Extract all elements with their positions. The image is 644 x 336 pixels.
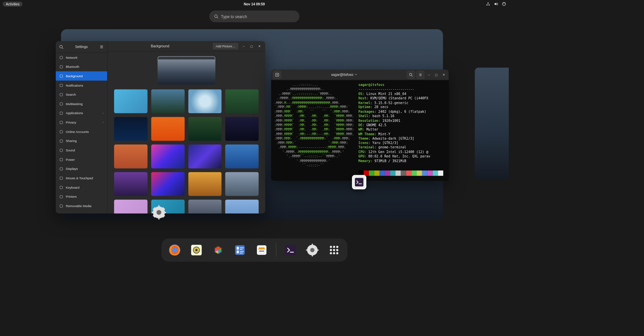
terminal-new-tab-button[interactable] [273, 71, 281, 79]
settings-maximize-button[interactable]: ▢ [249, 43, 255, 49]
bell-icon [59, 83, 63, 87]
wallpaper-thumb[interactable] [225, 89, 259, 113]
sidebar-item-background[interactable]: Background [56, 71, 107, 81]
volume-tray-icon[interactable] [494, 2, 498, 6]
terminal-search-button[interactable] [407, 71, 415, 79]
svg-rect-30 [163, 212, 166, 213]
sidebar-item-label: Applications [66, 111, 83, 115]
svg-rect-35 [355, 178, 363, 186]
sidebar-item-applications[interactable]: Applications› [56, 108, 107, 118]
wallpaper-thumb[interactable] [114, 117, 147, 141]
svg-rect-57 [312, 244, 313, 246]
wallpaper-thumb[interactable] [114, 200, 147, 213]
wallpaper-thumb[interactable] [188, 89, 222, 113]
terminal-body[interactable]: ...-:::::-... .-MMMMMMMMMMMMMMM-. .-MMMM… [271, 80, 449, 181]
workspace-preview-next[interactable] [475, 67, 509, 179]
color-palette [358, 171, 443, 176]
wallpaper-thumb[interactable] [225, 145, 259, 169]
sidebar-item-printers[interactable]: Printers [56, 192, 107, 201]
terminal-menu-button[interactable] [416, 71, 424, 79]
dock-firefox[interactable] [167, 243, 182, 257]
wallpaper-thumb[interactable] [151, 89, 184, 113]
dock-software[interactable] [254, 243, 269, 257]
terminal-minimize-button[interactable]: – [426, 72, 432, 78]
settings-window[interactable]: Settings NetworkBluetoothBackgroundNotif… [56, 41, 265, 213]
svg-rect-47 [240, 249, 243, 250]
dock-terminal[interactable] [283, 243, 298, 257]
sidebar-item-network[interactable]: Network [56, 53, 107, 62]
svg-rect-6 [60, 56, 63, 59]
wallpaper-thumb[interactable] [114, 145, 147, 169]
svg-rect-9 [60, 84, 63, 87]
sidebar-item-label: Printers [66, 195, 77, 198]
wallpaper-thumb[interactable] [188, 117, 222, 141]
dock-files[interactable] [232, 243, 247, 257]
bluetooth-icon [59, 65, 63, 68]
svg-rect-14 [60, 130, 63, 133]
clock[interactable]: Nov 14 09:59 [244, 2, 265, 6]
sidebar-item-label: Bluetooth [66, 65, 79, 68]
dock-photos[interactable] [211, 243, 226, 257]
wallpaper-thumb[interactable] [188, 172, 222, 196]
dock-apps-grid[interactable] [327, 243, 341, 257]
printer-icon [59, 195, 63, 198]
wallpaper-thumb[interactable] [225, 200, 259, 213]
sidebar-item-privacy[interactable]: Privacy› [56, 118, 107, 127]
wallpaper-preview [157, 56, 215, 85]
terminal-maximize-button[interactable]: ▢ [433, 72, 439, 78]
sound-icon [59, 148, 63, 152]
wallpaper-thumb[interactable] [188, 145, 222, 169]
terminal-window-badge-icon [352, 175, 366, 189]
sidebar-item-displays[interactable]: Displays [56, 164, 107, 174]
add-picture-button[interactable]: Add Picture… [212, 42, 239, 50]
settings-hamburger-button[interactable] [99, 44, 104, 50]
svg-point-67 [330, 252, 332, 254]
overview-search[interactable]: Type to search [209, 11, 300, 22]
svg-rect-15 [60, 140, 63, 142]
network-tray-icon[interactable] [486, 2, 490, 6]
sidebar-item-search[interactable]: Search [56, 90, 107, 99]
svg-rect-19 [60, 177, 63, 180]
sidebar-item-sharing[interactable]: Sharing [56, 136, 107, 146]
svg-point-56 [310, 248, 315, 252]
cloud-icon [59, 130, 63, 134]
sidebar-item-online-accounts[interactable]: Online Accounts [56, 127, 107, 136]
sidebar-item-power[interactable]: Power [56, 155, 107, 164]
sidebar-item-mouse-touchpad[interactable]: Mouse & Touchpad [56, 174, 107, 183]
wallpaper-thumb[interactable] [151, 145, 184, 169]
sidebar-item-label: Search [66, 93, 76, 96]
terminal-window[interactable]: sagar@itsfoss: ~ – ▢ ✕ ...-:::::-... .-M… [271, 69, 449, 181]
svg-rect-44 [237, 247, 239, 249]
svg-rect-28 [158, 217, 159, 220]
sidebar-item-notifications[interactable]: Notifications [56, 81, 107, 90]
activities-button[interactable]: Activities [3, 1, 22, 6]
svg-point-52 [261, 250, 263, 252]
neofetch-row: DE: GNOME 42.5 [358, 123, 443, 127]
sidebar-item-sound[interactable]: Sound [56, 146, 107, 155]
wallpaper-thumb[interactable] [114, 89, 147, 113]
settings-close-button[interactable]: ✕ [257, 43, 263, 49]
settings-search-button[interactable] [58, 44, 64, 50]
wallpaper-thumb[interactable] [225, 172, 259, 196]
wallpaper-thumb[interactable] [114, 172, 147, 196]
settings-minimize-button[interactable]: – [241, 43, 246, 49]
wallpaper-thumb[interactable] [151, 172, 184, 196]
svg-point-53 [263, 250, 264, 252]
sidebar-item-multitasking[interactable]: Multitasking [56, 99, 107, 108]
power-tray-icon[interactable] [502, 2, 506, 6]
sidebar-item-removable-media[interactable]: Removable Media [56, 201, 107, 211]
svg-rect-21 [60, 195, 63, 198]
sidebar-item-bluetooth[interactable]: Bluetooth [56, 62, 107, 71]
network-icon [59, 56, 63, 59]
search-icon [214, 14, 219, 19]
dock-settings[interactable] [305, 243, 320, 257]
sidebar-item-keyboard[interactable]: Keyboard [56, 183, 107, 192]
wallpaper-thumb[interactable] [188, 200, 222, 213]
dock-rhythmbox[interactable] [189, 243, 204, 257]
wallpaper-thumb[interactable] [225, 117, 259, 141]
wallpaper-thumb[interactable] [151, 117, 184, 141]
multitask-icon [59, 102, 63, 106]
neofetch-row: Terminal: gnome-terminal [358, 145, 443, 150]
svg-point-40 [195, 249, 197, 251]
terminal-close-button[interactable]: ✕ [441, 72, 447, 78]
